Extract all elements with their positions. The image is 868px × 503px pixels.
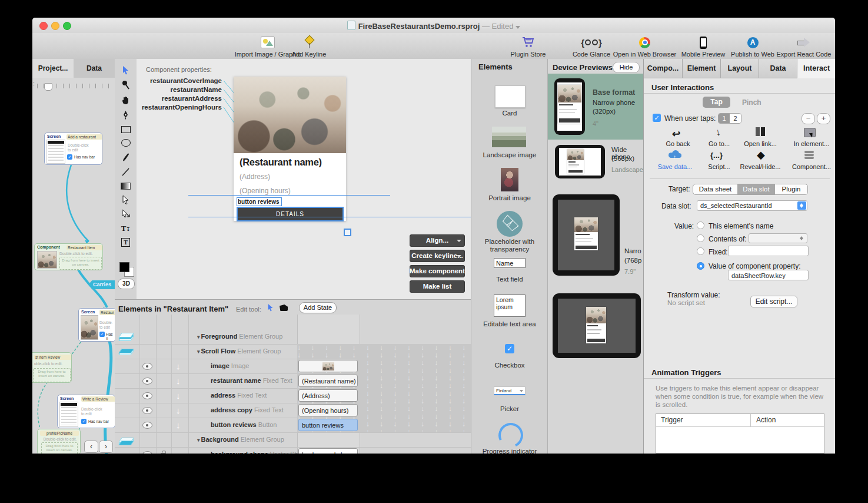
data-slot-dropdown[interactable]: ds_selectedRestaurantId bbox=[697, 200, 807, 211]
gesture-tab-tap[interactable]: Tap bbox=[703, 97, 730, 108]
state-chip-selected[interactable]: button reviews bbox=[298, 419, 358, 431]
edit-tool-select-icon[interactable] bbox=[267, 303, 274, 314]
visibility-eye-icon[interactable] bbox=[142, 407, 152, 414]
screen-card-write-review[interactable]: Screen Write a Review Double-clickto edi… bbox=[57, 395, 115, 428]
device-preview-large-tablet[interactable] bbox=[548, 292, 644, 362]
anchor-down-icon[interactable]: ↓ bbox=[176, 391, 181, 401]
rectangle-tool[interactable] bbox=[121, 124, 131, 134]
brush-tool[interactable] bbox=[121, 152, 131, 162]
export-react-button[interactable]: Export React Code bbox=[773, 35, 835, 58]
fixed-value-input[interactable] bbox=[728, 246, 809, 256]
drag-source-box[interactable]: Drag from here to insert on canvas. bbox=[41, 442, 78, 454]
in-element-label[interactable]: In element... bbox=[788, 140, 835, 147]
tap-segment-1[interactable]: 1 bbox=[719, 114, 730, 123]
timeline-row-background[interactable]: ▾Background Element Group bbox=[115, 432, 471, 448]
component-card-review-item[interactable]: st item Review uble-click to edit. Drag … bbox=[32, 352, 72, 383]
opening-hours-text[interactable]: (Opening hours) bbox=[240, 187, 291, 195]
element-portrait-image[interactable] bbox=[501, 168, 518, 191]
state-chip-image[interactable] bbox=[298, 360, 358, 372]
element-checkbox[interactable]: ✓ bbox=[505, 344, 514, 353]
tap-number-segment[interactable]: 1 2 bbox=[718, 113, 741, 124]
reveal-hide-label[interactable]: Reveal/Hide... bbox=[737, 163, 784, 170]
add-keyline-button[interactable]: Add Keyline bbox=[282, 35, 335, 58]
publish-button[interactable]: A Publish to Web bbox=[726, 35, 780, 58]
restaurant-name-text[interactable]: (Restaurant name) bbox=[240, 157, 322, 168]
open-link-label[interactable]: Open link... bbox=[737, 140, 784, 147]
visibility-eye-icon[interactable] bbox=[142, 363, 152, 370]
scale-select-tool[interactable] bbox=[121, 209, 131, 219]
element-landscape-image[interactable] bbox=[492, 127, 526, 147]
ellipse-tool[interactable] bbox=[121, 138, 131, 148]
restaurant-cover-image[interactable] bbox=[234, 77, 346, 153]
script-label[interactable]: Script... bbox=[696, 163, 743, 170]
make-component-button[interactable]: Make component bbox=[410, 265, 465, 277]
visibility-eye-icon[interactable] bbox=[142, 422, 152, 429]
component-card-profilepicname[interactable]: profilePicName Double-click to edit. Dra… bbox=[37, 429, 81, 454]
component-action-label[interactable]: Component... bbox=[788, 163, 835, 170]
open-link-icon[interactable] bbox=[756, 127, 766, 137]
state-chip[interactable]: (Restaurant name) bbox=[298, 375, 358, 387]
component-card-restaurant-item[interactable]: Component Restaurant Item Double-click t… bbox=[34, 243, 103, 270]
drag-source-box[interactable]: Drag from here to insert on canvas. bbox=[33, 368, 71, 382]
create-keyline-button[interactable]: Create keyline... bbox=[410, 250, 465, 262]
component-action-icon[interactable] bbox=[804, 151, 814, 159]
go-back-label[interactable]: Go back bbox=[654, 140, 701, 147]
select-tool[interactable] bbox=[121, 65, 131, 75]
disclosure-icon[interactable]: ▾ bbox=[197, 349, 200, 355]
hide-button[interactable]: Hide bbox=[613, 62, 640, 73]
radio-component-property[interactable] bbox=[697, 262, 704, 270]
in-element-icon[interactable] bbox=[804, 128, 816, 137]
target-plugin[interactable]: Plugin bbox=[775, 184, 807, 194]
go-to-icon[interactable]: ↓ bbox=[714, 126, 721, 138]
3d-mode-button[interactable]: 3D bbox=[118, 279, 135, 289]
direct-select-tool[interactable] bbox=[121, 194, 131, 204]
nav-next-button[interactable]: › bbox=[99, 441, 113, 453]
screen-card-add-restaurant[interactable]: Screen Add a restaurant Double-clickto e… bbox=[44, 133, 102, 165]
design-canvas[interactable]: Component properties: restaurantCoverIma… bbox=[137, 59, 471, 299]
device-preview-base-format[interactable]: Base format Narrow phone (320px) 4" bbox=[548, 74, 644, 140]
tab-component[interactable]: Compo... bbox=[644, 59, 683, 78]
contents-of-dropdown[interactable] bbox=[749, 233, 807, 243]
target-data-slot[interactable]: Data slot bbox=[737, 184, 775, 194]
radio-fixed[interactable] bbox=[697, 247, 704, 255]
element-editable-text-area[interactable]: Lorem ipsum bbox=[494, 294, 526, 317]
anchor-down-icon[interactable]: ↓ bbox=[176, 420, 181, 430]
nav-prev-button[interactable]: ‹ bbox=[84, 441, 98, 453]
button-reviews-label[interactable]: button reviews bbox=[237, 197, 282, 206]
tab-layout[interactable]: Layout bbox=[721, 59, 759, 78]
tab-element[interactable]: Element bbox=[683, 59, 721, 78]
device-preview-narrow-tablet[interactable]: Narro (768p 7.9" bbox=[548, 193, 644, 290]
line-tool[interactable] bbox=[121, 167, 131, 177]
radio-contents-of[interactable] bbox=[697, 234, 704, 242]
screen-card-restaurant[interactable]: Screen Restaur Double-to edit ✓ Has n bbox=[78, 308, 115, 342]
tab-interact[interactable]: Interact bbox=[797, 59, 835, 78]
resize-handle[interactable] bbox=[344, 229, 351, 236]
anchor-down-icon[interactable]: ↓ bbox=[176, 405, 181, 415]
timeline-row-foreground[interactable]: ▾Foreground Element Group bbox=[115, 329, 471, 345]
state-chip[interactable]: (Address) bbox=[298, 389, 358, 402]
visibility-eye-icon[interactable] bbox=[142, 392, 152, 399]
add-state-button[interactable]: Add State bbox=[299, 302, 337, 313]
visibility-eye-icon[interactable] bbox=[142, 451, 152, 454]
target-data-sheet[interactable]: Data sheet bbox=[693, 184, 737, 194]
details-button[interactable]: DETAILS bbox=[237, 207, 344, 221]
visibility-eye-icon[interactable] bbox=[142, 378, 152, 385]
script-icon[interactable]: {...} bbox=[710, 151, 723, 160]
anchor-down-icon[interactable]: ↓ bbox=[176, 361, 181, 371]
edit-script-button[interactable]: Edit script... bbox=[750, 296, 797, 307]
device-preview-wide-phone[interactable]: Wide phone (568px) Landscape bbox=[548, 141, 644, 192]
gesture-tab-pinch[interactable]: Pinch bbox=[742, 98, 761, 107]
has-nav-bar-checkbox[interactable]: ✓ bbox=[81, 419, 87, 424]
remove-interaction-button[interactable]: − bbox=[802, 113, 815, 124]
lock-icon[interactable] bbox=[161, 453, 165, 454]
save-data-icon[interactable]: ↑ bbox=[667, 150, 683, 158]
reveal-hide-icon[interactable]: ◆ bbox=[757, 148, 765, 161]
title-chevron-icon[interactable] bbox=[516, 26, 520, 29]
go-back-icon[interactable]: ↩ bbox=[672, 128, 680, 140]
foreground-color-swatch[interactable] bbox=[119, 262, 129, 272]
drag-source-box[interactable]: Drag from here to insert on canvas. bbox=[59, 257, 102, 270]
disclosure-icon[interactable]: ▾ bbox=[197, 334, 200, 340]
element-picker[interactable]: Finland bbox=[494, 386, 526, 395]
save-data-label[interactable]: Save data... bbox=[651, 163, 699, 170]
triggers-table[interactable]: Trigger Action bbox=[656, 413, 824, 454]
